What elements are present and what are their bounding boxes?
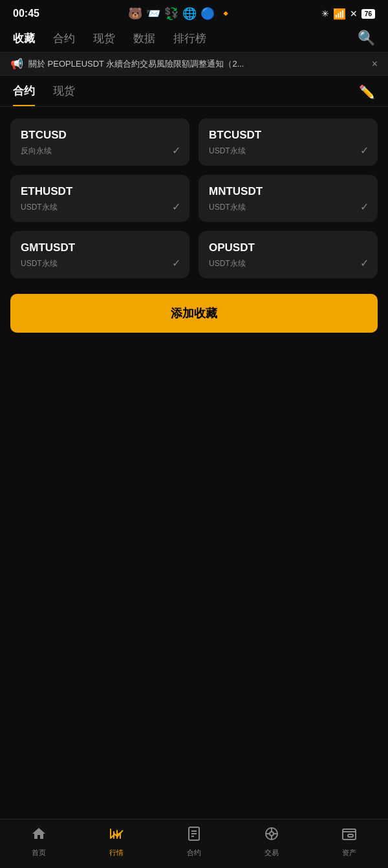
card-name: GMTUSDT bbox=[21, 241, 179, 254]
bottom-nav-market[interactable]: 行情 bbox=[91, 826, 142, 858]
bottom-nav-home-label: 首页 bbox=[32, 848, 46, 858]
svg-point-9 bbox=[270, 832, 274, 836]
card-type: USDT永续 bbox=[209, 258, 367, 269]
card-btcusdt[interactable]: BTCUSDT USDT永续 ✓ bbox=[199, 118, 378, 166]
status-icons: 🐻 📨 💱 🌐 🔵 🔸 bbox=[128, 6, 233, 21]
sub-tabs: 合约 现货 ✏️ bbox=[0, 76, 388, 107]
card-type: USDT永续 bbox=[209, 146, 367, 157]
check-icon: ✓ bbox=[172, 257, 180, 269]
card-gmtusdt[interactable]: GMTUSDT USDT永续 ✓ bbox=[10, 231, 189, 278]
top-nav-item-shoucang[interactable]: 收藏 bbox=[13, 31, 35, 46]
card-type: USDT永续 bbox=[209, 202, 367, 213]
home-icon bbox=[31, 826, 47, 845]
card-type: USDT永续 bbox=[21, 258, 179, 269]
contract-icon bbox=[186, 826, 202, 845]
svg-rect-0 bbox=[110, 829, 111, 839]
wifi-icon: 📶 bbox=[333, 8, 346, 20]
svg-rect-2 bbox=[116, 830, 118, 839]
app-icon-2: 📨 bbox=[146, 6, 160, 21]
check-icon: ✓ bbox=[360, 144, 369, 157]
status-time: 00:45 bbox=[13, 8, 39, 19]
add-favorites-button[interactable]: 添加收藏 bbox=[10, 294, 378, 333]
app-icon-1: 🐻 bbox=[128, 6, 142, 21]
card-name: BTCUSDT bbox=[209, 129, 367, 142]
app-icon-6: 🔸 bbox=[219, 6, 233, 21]
check-icon: ✓ bbox=[172, 144, 180, 157]
sub-tab-xianhuo[interactable]: 现货 bbox=[53, 83, 75, 106]
card-mntusdt[interactable]: MNTUSDT USDT永续 ✓ bbox=[199, 175, 378, 222]
card-type: USDT永续 bbox=[21, 202, 179, 213]
top-nav-item-paihangbang[interactable]: 排行榜 bbox=[173, 31, 206, 46]
card-name: OPUSDT bbox=[209, 241, 367, 254]
sub-tab-heyue[interactable]: 合约 bbox=[13, 83, 35, 106]
bottom-nav: 首页 行情 合约 bbox=[0, 819, 388, 868]
card-name: ETHUSDT bbox=[21, 185, 179, 198]
bottom-nav-trade-label: 交易 bbox=[264, 848, 279, 858]
edit-icon[interactable]: ✏️ bbox=[359, 84, 375, 100]
bottom-nav-assets-label: 资产 bbox=[342, 848, 356, 858]
add-button-container: 添加收藏 bbox=[0, 290, 388, 346]
announcement-icon: 📢 bbox=[10, 58, 23, 70]
top-nav-item-heyue[interactable]: 合约 bbox=[53, 31, 75, 46]
bottom-nav-contract-label: 合约 bbox=[187, 848, 201, 858]
bottom-nav-contract[interactable]: 合约 bbox=[168, 826, 220, 858]
check-icon: ✓ bbox=[172, 201, 180, 213]
top-nav-item-shuju[interactable]: 数据 bbox=[133, 31, 155, 46]
top-nav-item-xianhuo[interactable]: 现货 bbox=[93, 31, 115, 46]
card-name: MNTUSDT bbox=[209, 185, 367, 198]
svg-rect-3 bbox=[120, 832, 121, 839]
chart-icon bbox=[109, 826, 124, 845]
app-icon-4: 🌐 bbox=[182, 6, 197, 21]
bluetooth-icon: ✳ bbox=[321, 8, 329, 19]
status-bar: 00:45 🐻 📨 💱 🌐 🔵 🔸 ✳ 📶 ✕ 76 bbox=[0, 0, 388, 25]
app-icon-5: 🔵 bbox=[200, 6, 215, 21]
cards-grid: BTCUSD 反向永续 ✓ BTCUSDT USDT永续 ✓ ETHUSDT U… bbox=[0, 107, 388, 290]
top-nav: 收藏 合约 现货 数据 排行榜 🔍 bbox=[0, 25, 388, 52]
search-icon[interactable]: 🔍 bbox=[358, 30, 375, 47]
card-type: 反向永续 bbox=[21, 146, 179, 157]
check-icon: ✓ bbox=[360, 201, 369, 213]
signal-icon: ✕ bbox=[350, 8, 358, 19]
wallet-icon bbox=[341, 826, 357, 845]
battery-indicator: 76 bbox=[361, 9, 375, 19]
app-icon-3: 💱 bbox=[164, 6, 178, 21]
card-name: BTCUSD bbox=[21, 129, 179, 142]
status-right: ✳ 📶 ✕ 76 bbox=[321, 8, 375, 20]
bottom-nav-market-label: 行情 bbox=[109, 848, 124, 858]
announcement-close-button[interactable]: × bbox=[372, 58, 378, 70]
svg-rect-1 bbox=[113, 831, 114, 839]
card-ethusdt[interactable]: ETHUSDT USDT永续 ✓ bbox=[10, 175, 189, 222]
card-btcusd[interactable]: BTCUSD 反向永续 ✓ bbox=[10, 118, 189, 166]
announcement-text[interactable]: 關於 PEOPLEUSDT 永續合約交易風險限額調整通知（2... bbox=[28, 58, 365, 70]
card-opusdt[interactable]: OPUSDT USDT永续 ✓ bbox=[199, 231, 378, 278]
announcement-bar: 📢 關於 PEOPLEUSDT 永續合約交易風險限額調整通知（2... × bbox=[0, 52, 388, 76]
check-icon: ✓ bbox=[360, 257, 369, 269]
bottom-nav-trade[interactable]: 交易 bbox=[246, 826, 297, 858]
trade-icon bbox=[264, 826, 279, 845]
bottom-nav-assets[interactable]: 资产 bbox=[323, 826, 375, 858]
bottom-nav-home[interactable]: 首页 bbox=[13, 826, 65, 858]
